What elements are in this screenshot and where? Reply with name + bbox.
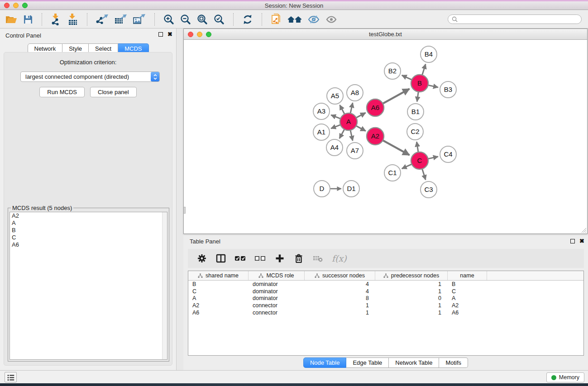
table-cell[interactable]: 4 <box>305 288 375 295</box>
table-cell[interactable]: A6 <box>188 310 249 316</box>
table-cell[interactable]: 1 <box>305 310 375 316</box>
column-header-mcds-role[interactable]: MCDS role <box>249 271 305 280</box>
graph-edge-C-C4[interactable] <box>428 157 438 159</box>
graph-edge-A-A6[interactable] <box>356 113 366 118</box>
memory-button[interactable]: Memory <box>546 372 584 382</box>
table-cell[interactable]: dominator <box>249 281 305 287</box>
table-cell[interactable]: 8 <box>305 295 375 301</box>
deselect-all-button[interactable] <box>255 252 266 265</box>
resize-grip-icon[interactable] <box>581 228 587 233</box>
graph-edge-B-B1[interactable] <box>417 91 418 102</box>
table-cell[interactable]: 1 <box>305 302 375 309</box>
column-header-successor-nodes[interactable]: successor nodes <box>305 271 375 280</box>
close-panel-icon[interactable]: ✖ <box>167 32 172 37</box>
graph-edge-A6-B[interactable] <box>382 89 410 104</box>
search-input[interactable] <box>460 16 578 23</box>
mcds-result-item[interactable]: A6 <box>10 241 167 248</box>
graph-edge-B-B2[interactable] <box>402 75 412 80</box>
mcds-result-item[interactable]: C <box>10 234 167 241</box>
tab-network-table[interactable]: Network Table <box>389 357 439 368</box>
table-cell[interactable]: B <box>188 281 249 287</box>
delete-table-button[interactable] <box>313 252 323 265</box>
new-session-from-network-button[interactable] <box>271 13 282 26</box>
table-cell[interactable]: 1 <box>375 310 448 316</box>
home-view-button[interactable] <box>287 13 302 26</box>
add-column-button[interactable] <box>275 252 285 265</box>
float-table-panel-icon[interactable] <box>570 239 575 243</box>
table-cell[interactable]: dominator <box>249 295 305 301</box>
graph-edge-A-A7[interactable] <box>350 130 353 141</box>
close-panel-button[interactable]: Close panel <box>90 87 137 97</box>
graph-edge-A-A4[interactable] <box>339 129 345 138</box>
table-cell[interactable]: A6 <box>448 310 487 316</box>
export-table-button[interactable] <box>115 13 127 26</box>
table-cell[interactable]: dominator <box>249 288 305 295</box>
table-row[interactable]: Bdominator41B <box>188 281 583 288</box>
zoom-window-button[interactable] <box>22 3 28 8</box>
zoom-selected-button[interactable] <box>214 13 225 26</box>
graph-edge-A-A3[interactable] <box>331 115 341 119</box>
tab-motifs[interactable]: Motifs <box>439 357 468 368</box>
delete-column-button[interactable] <box>294 252 304 265</box>
graph-edge-A-A1[interactable] <box>331 124 341 128</box>
close-table-panel-icon[interactable]: ✖ <box>579 239 584 243</box>
show-panels-button[interactable] <box>5 372 17 382</box>
graph-edge-B-B3[interactable] <box>428 85 438 87</box>
zoom-in-button[interactable] <box>163 13 174 26</box>
column-header-shared-name[interactable]: shared name <box>188 271 249 280</box>
graph-edge-A-A2[interactable] <box>356 126 366 131</box>
mcds-result-item[interactable]: B <box>10 227 167 234</box>
graph-edge-C-C1[interactable] <box>402 164 412 168</box>
table-cell[interactable]: connector <box>249 310 305 316</box>
network-minimize-button[interactable] <box>197 32 202 37</box>
criterion-dropdown[interactable]: largest connected component (directed) <box>20 71 160 82</box>
table-row[interactable]: A2connector11A2 <box>188 302 583 309</box>
graph-edge-C-C3[interactable] <box>422 168 425 180</box>
run-mcds-button[interactable]: Run MCDS <box>39 87 85 97</box>
tab-node-table[interactable]: Node Table <box>303 357 347 368</box>
table-cell[interactable]: connector <box>249 302 305 309</box>
export-network-button[interactable] <box>96 13 109 26</box>
splitter-handle[interactable] <box>184 207 186 214</box>
mcds-result-item[interactable]: A2 <box>10 212 167 219</box>
table-row[interactable]: Adominator80A <box>188 295 583 302</box>
select-all-button[interactable] <box>235 252 246 265</box>
graph-edge-A2-C[interactable] <box>382 140 410 155</box>
graph-edge-B-B4[interactable] <box>422 64 425 76</box>
table-cell[interactable]: 1 <box>375 281 448 287</box>
save-session-button[interactable] <box>23 13 33 26</box>
refresh-button[interactable] <box>242 13 253 26</box>
table-cell[interactable]: A2 <box>188 302 249 309</box>
network-canvas[interactable]: B4B2BB3B1A5A8A6A3AA1A2C2A4A7C4CC1C3DD1 <box>184 40 587 234</box>
network-close-button[interactable] <box>188 32 193 37</box>
table-cell[interactable]: 4 <box>305 281 375 287</box>
close-window-button[interactable] <box>4 3 10 8</box>
function-builder-button[interactable]: f(x) <box>332 253 347 263</box>
open-session-button[interactable] <box>5 13 17 26</box>
table-cell[interactable]: A2 <box>448 302 487 309</box>
search-box[interactable] <box>448 14 582 24</box>
zoom-out-button[interactable] <box>180 13 191 26</box>
show-graphics-details-button[interactable] <box>325 13 337 26</box>
column-header-predecessor-nodes[interactable]: predecessor nodes <box>375 271 448 280</box>
graph-edge-A-A5[interactable] <box>340 105 345 114</box>
table-row[interactable]: A6connector11A6 <box>188 309 583 316</box>
minimize-window-button[interactable] <box>13 3 19 8</box>
network-zoom-button[interactable] <box>206 32 211 37</box>
table-settings-button[interactable] <box>197 252 207 265</box>
float-panel-icon[interactable] <box>158 32 163 37</box>
graph-edge-C-C2[interactable] <box>417 142 419 153</box>
table-cell[interactable]: 0 <box>375 295 448 301</box>
hide-graphics-details-button[interactable] <box>308 13 320 26</box>
show-column-panel-button[interactable] <box>216 252 226 265</box>
table-cell[interactable]: 1 <box>375 302 448 309</box>
column-header-name[interactable]: name <box>448 271 487 280</box>
import-network-button[interactable] <box>51 13 62 26</box>
mcds-result-list[interactable]: A2ABCA6 <box>10 212 167 360</box>
table-cell[interactable]: A <box>188 295 249 301</box>
export-image-button[interactable] <box>133 13 146 26</box>
table-row[interactable]: Cdominator41C <box>188 288 583 295</box>
table-cell[interactable]: C <box>188 288 249 295</box>
table-cell[interactable]: B <box>448 281 487 287</box>
network-graph[interactable]: B4B2BB3B1A5A8A6A3AA1A2C2A4A7C4CC1C3DD1 <box>184 40 587 234</box>
